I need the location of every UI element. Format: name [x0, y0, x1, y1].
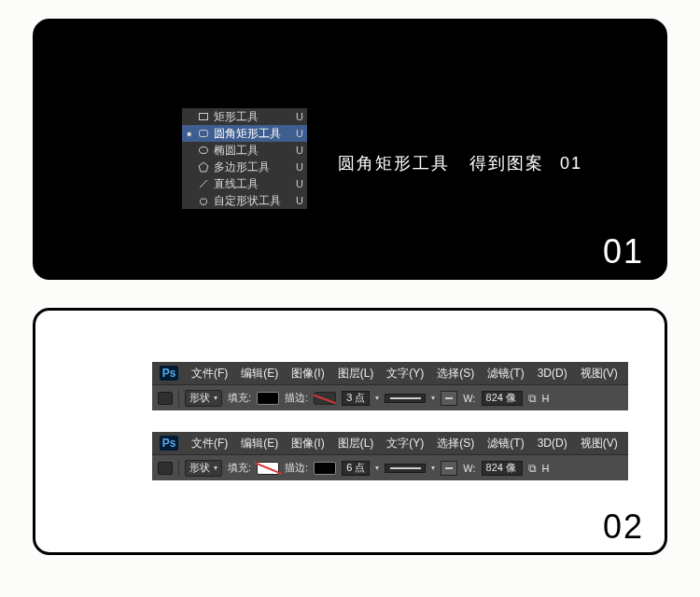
tool-shortcut: U — [292, 178, 303, 189]
tool-shortcut: U — [292, 145, 303, 156]
tool-mode-dropdown[interactable]: 形状 ▾ — [185, 390, 222, 407]
menu-layer[interactable]: 图层(L) — [338, 366, 374, 382]
fill-swatch[interactable] — [257, 462, 279, 475]
active-dot-icon: ■ — [186, 130, 193, 138]
height-label: H — [542, 393, 550, 404]
stroke-weight-field[interactable]: 6 点 — [342, 461, 370, 476]
menu-image[interactable]: 图像(I) — [291, 436, 324, 451]
svg-rect-5 — [445, 397, 453, 399]
menu-view[interactable]: 视图(V) — [581, 366, 618, 382]
stroke-weight-value: 6 点 — [346, 461, 365, 475]
tool-item-custom[interactable]: 自定形状工具U — [182, 192, 307, 209]
polygon-icon — [197, 160, 210, 174]
stroke-weight-field[interactable]: 3 点 — [342, 391, 370, 406]
tool-shortcut: U — [292, 111, 303, 122]
tool-label: 多边形工具 — [214, 160, 288, 174]
step-number-01: 01 — [603, 232, 644, 271]
stroke-style-preview[interactable] — [385, 394, 426, 403]
stroke-align-group — [441, 391, 457, 406]
menu-layer[interactable]: 图层(L) — [338, 436, 374, 451]
separator — [178, 460, 179, 477]
caption-seg-3: 01 — [560, 154, 582, 173]
ellipse-icon — [197, 144, 210, 157]
separator — [178, 390, 179, 407]
tool-shortcut: U — [292, 128, 303, 139]
tool-label: 矩形工具 — [214, 110, 288, 124]
menu-filter[interactable]: 滤镜(T) — [487, 366, 524, 382]
tool-item-roundrect[interactable]: ■圆角矩形工具U — [182, 125, 307, 142]
chevron-down-icon[interactable]: ▾ — [431, 464, 435, 472]
stroke-label: 描边: — [285, 391, 308, 405]
stroke-weight-value: 3 点 — [346, 391, 365, 405]
menu-3d[interactable]: 3D(D) — [538, 367, 567, 380]
step-01-caption: 圆角矩形工具 得到图案 01 — [338, 152, 582, 174]
ps-options-bar-b: 形状 ▾ 填充: 描边: 6 点 ▾ ▾ W: 824 像 ⧉ H — [152, 454, 628, 480]
line-icon — [197, 177, 210, 190]
tool-item-polygon[interactable]: 多边形工具U — [182, 159, 307, 175]
tool-label: 直线工具 — [214, 177, 288, 191]
tool-mode-label: 形状 — [189, 391, 210, 405]
menu-edit[interactable]: 编辑(E) — [241, 366, 278, 382]
tool-item-rect[interactable]: 矩形工具U — [182, 108, 307, 125]
menu-image[interactable]: 图像(I) — [291, 366, 324, 382]
stroke-swatch[interactable] — [314, 462, 336, 475]
link-wh-icon[interactable]: ⧉ — [528, 462, 537, 475]
width-field[interactable]: 824 像 — [482, 461, 523, 476]
width-label: W: — [463, 463, 475, 474]
ps-options-bar-a: 形状 ▾ 填充: 描边: 3 点 ▾ ▾ W: 824 像 ⧉ H — [152, 384, 628, 410]
fill-label: 填充: — [228, 461, 251, 475]
stroke-align-group — [441, 461, 457, 476]
tool-preset-thumb[interactable] — [158, 392, 173, 405]
tool-item-line[interactable]: 直线工具U — [182, 175, 307, 192]
shape-tool-flyout[interactable]: 矩形工具U■圆角矩形工具U椭圆工具U多边形工具U直线工具U自定形状工具U — [181, 107, 308, 210]
svg-marker-3 — [199, 162, 208, 172]
menu-3d[interactable]: 3D(D) — [538, 437, 567, 450]
fill-swatch[interactable] — [257, 392, 279, 405]
ps-logo-icon: Ps — [160, 436, 178, 451]
tool-item-ellipse[interactable]: 椭圆工具U — [182, 142, 307, 159]
menu-select[interactable]: 选择(S) — [437, 366, 474, 382]
ps-menubar-a: Ps 文件(F) 编辑(E) 图像(I) 图层(L) 文字(Y) 选择(S) 滤… — [152, 362, 628, 384]
menu-file[interactable]: 文件(F) — [191, 366, 228, 382]
link-wh-icon[interactable]: ⧉ — [528, 392, 537, 405]
fill-label: 填充: — [228, 391, 251, 405]
step-number-02: 02 — [603, 507, 644, 547]
menu-select[interactable]: 选择(S) — [437, 436, 474, 451]
height-label: H — [542, 463, 550, 474]
width-value: 824 像 — [486, 461, 516, 475]
tool-mode-dropdown[interactable]: 形状 ▾ — [185, 460, 222, 477]
roundrect-icon — [197, 127, 210, 140]
stroke-align-inside[interactable] — [441, 461, 457, 476]
svg-line-4 — [200, 180, 207, 187]
menu-type[interactable]: 文字(Y) — [386, 366, 424, 382]
chevron-down-icon[interactable]: ▾ — [431, 394, 435, 402]
chevron-down-icon: ▾ — [214, 394, 217, 402]
menu-view[interactable]: 视图(V) — [581, 436, 618, 451]
tool-preset-thumb[interactable] — [158, 462, 173, 475]
ps-ui-block-b: Ps 文件(F) 编辑(E) 图像(I) 图层(L) 文字(Y) 选择(S) 滤… — [152, 432, 628, 480]
stroke-style-preview[interactable] — [385, 464, 426, 473]
stroke-align-inside[interactable] — [441, 391, 457, 406]
tool-label: 椭圆工具 — [214, 144, 288, 158]
width-value: 824 像 — [486, 391, 516, 405]
svg-point-2 — [200, 147, 208, 154]
menu-type[interactable]: 文字(Y) — [386, 436, 424, 451]
menu-edit[interactable]: 编辑(E) — [241, 436, 278, 451]
svg-rect-1 — [200, 131, 208, 137]
svg-rect-0 — [200, 114, 208, 120]
tool-label: 圆角矩形工具 — [214, 127, 288, 141]
chevron-down-icon[interactable]: ▾ — [375, 394, 379, 402]
width-label: W: — [463, 393, 475, 404]
stroke-label: 描边: — [285, 461, 308, 475]
chevron-down-icon: ▾ — [214, 464, 217, 472]
tool-mode-label: 形状 — [189, 461, 210, 475]
step-panel-02: Ps 文件(F) 编辑(E) 图像(I) 图层(L) 文字(Y) 选择(S) 滤… — [33, 308, 667, 555]
menu-filter[interactable]: 滤镜(T) — [487, 436, 524, 451]
ps-ui-block-a: Ps 文件(F) 编辑(E) 图像(I) 图层(L) 文字(Y) 选择(S) 滤… — [152, 362, 628, 410]
chevron-down-icon[interactable]: ▾ — [375, 464, 379, 472]
custom-icon — [197, 194, 210, 207]
stroke-swatch[interactable] — [314, 392, 336, 405]
ps-logo-icon: Ps — [160, 366, 178, 381]
width-field[interactable]: 824 像 — [482, 391, 523, 406]
menu-file[interactable]: 文件(F) — [191, 436, 228, 451]
